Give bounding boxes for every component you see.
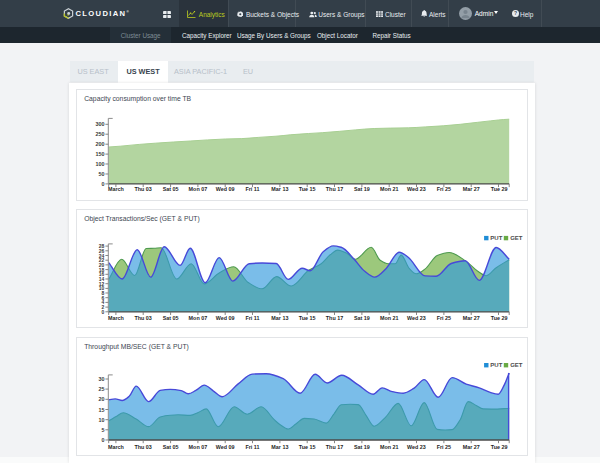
svg-text:Tue 29: Tue 29 (491, 186, 508, 192)
svg-text:Mar 13: Mar 13 (271, 315, 288, 321)
svg-text:0: 0 (101, 181, 104, 187)
svg-text:GET: GET (510, 235, 523, 241)
svg-text:Capacity consumption over time: Capacity consumption over time TB (84, 95, 191, 103)
svg-text:PUT: PUT (490, 235, 502, 241)
svg-text:GET: GET (510, 362, 523, 368)
svg-text:Tue 29: Tue 29 (491, 315, 508, 321)
svg-text:Tue 15: Tue 15 (299, 444, 316, 450)
svg-text:250: 250 (95, 132, 104, 138)
svg-text:Fri 25: Fri 25 (437, 186, 451, 192)
svg-text:25: 25 (98, 386, 104, 392)
svg-text:Mar 27: Mar 27 (462, 186, 479, 192)
svg-text:Wed 09: Wed 09 (216, 444, 235, 450)
svg-text:Mon 21: Mon 21 (380, 315, 399, 321)
svg-text:150: 150 (95, 151, 104, 157)
svg-text:Throughput MB/SEC (GET & PUT): Throughput MB/SEC (GET & PUT) (84, 343, 189, 351)
svg-text:200: 200 (95, 142, 104, 148)
svg-text:300: 300 (95, 122, 104, 128)
svg-text:Mar 13: Mar 13 (271, 186, 288, 192)
svg-text:Mar 27: Mar 27 (462, 315, 479, 321)
svg-text:10: 10 (98, 417, 104, 423)
svg-text:Wed 09: Wed 09 (216, 315, 235, 321)
svg-text:March: March (108, 444, 124, 450)
svg-text:Fri 11: Fri 11 (245, 186, 259, 192)
svg-text:Mon 07: Mon 07 (188, 186, 207, 192)
svg-text:March: March (108, 186, 124, 192)
svg-text:?: ? (514, 10, 517, 16)
svg-text:Wed 09: Wed 09 (216, 186, 235, 192)
svg-text:Thu 03: Thu 03 (134, 444, 151, 450)
svg-text:Thu 17: Thu 17 (326, 315, 343, 321)
svg-text:28: 28 (99, 243, 105, 249)
svg-text:Tue 29: Tue 29 (491, 444, 508, 450)
svg-text:Object Transactions/Sec (GET &: Object Transactions/Sec (GET & PUT) (84, 214, 200, 222)
svg-text:Mon 07: Mon 07 (188, 315, 207, 321)
svg-text:5: 5 (101, 427, 104, 433)
svg-text:20: 20 (98, 396, 104, 402)
svg-text:Mon 07: Mon 07 (188, 444, 207, 450)
svg-text:Thu 17: Thu 17 (326, 444, 343, 450)
svg-text:Fri 25: Fri 25 (437, 444, 451, 450)
svg-text:100: 100 (95, 161, 104, 167)
svg-text:Tue 15: Tue 15 (299, 186, 316, 192)
svg-text:PUT: PUT (490, 362, 502, 368)
svg-text:Fri 11: Fri 11 (245, 444, 259, 450)
svg-text:Thu 03: Thu 03 (134, 315, 151, 321)
svg-text:Wed 23: Wed 23 (407, 315, 426, 321)
svg-text:Wed 23: Wed 23 (407, 186, 426, 192)
svg-text:Mon 21: Mon 21 (380, 186, 399, 192)
svg-text:Tue 15: Tue 15 (299, 315, 316, 321)
svg-text:Thu 17: Thu 17 (326, 186, 343, 192)
svg-text:15: 15 (98, 407, 104, 413)
svg-text:0: 0 (101, 437, 104, 443)
svg-text:Mon 21: Mon 21 (380, 444, 399, 450)
svg-text:Sat 05: Sat 05 (162, 315, 178, 321)
svg-text:Mar 27: Mar 27 (462, 444, 479, 450)
svg-text:Sat 19: Sat 19 (354, 186, 370, 192)
svg-text:Sat 19: Sat 19 (354, 444, 370, 450)
svg-text:Wed 23: Wed 23 (407, 444, 426, 450)
svg-text:Fri 11: Fri 11 (245, 315, 259, 321)
svg-text:30: 30 (98, 376, 104, 382)
svg-text:March: March (108, 315, 124, 321)
svg-text:Mar 13: Mar 13 (271, 444, 288, 450)
svg-text:50: 50 (98, 171, 104, 177)
svg-text:Sat 05: Sat 05 (162, 186, 178, 192)
svg-text:Sat 05: Sat 05 (162, 444, 178, 450)
svg-text:Thu 03: Thu 03 (134, 186, 151, 192)
svg-text:Sat 19: Sat 19 (354, 315, 370, 321)
svg-text:Fri 25: Fri 25 (437, 315, 451, 321)
